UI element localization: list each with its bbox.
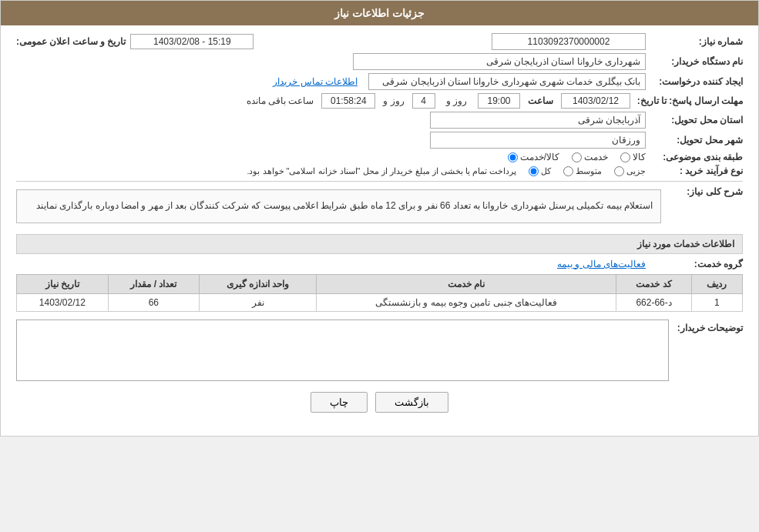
need-number-label: شماره نیاز: <box>650 36 743 47</box>
purchase-type2-label: متوسط <box>576 166 602 176</box>
services-section-title: اطلاعات خدمات مورد نیاز <box>16 234 743 254</box>
back-button[interactable]: بازگشت <box>375 392 448 413</box>
purchase-partial[interactable]: جزیی <box>614 166 646 176</box>
deadline-time: 19:00 <box>478 93 520 109</box>
purchase-medium[interactable]: متوسط <box>563 166 602 176</box>
requester-value: بانک بیگلری خدمات شهری شهرداری خاروانا ا… <box>368 73 646 90</box>
print-button[interactable]: چاپ <box>311 392 368 413</box>
remaining-label-days: روز و <box>383 95 404 106</box>
province-value: آذربایجان شرقی <box>430 112 646 129</box>
buyer-org-label: نام دستگاه خریدار: <box>650 56 743 67</box>
category-radio3-label: کالا/خدمت <box>520 152 559 162</box>
announce-date-label: تاریخ و ساعت اعلان عمومی: <box>16 36 126 47</box>
remaining-days: 4 <box>412 93 435 109</box>
time-label: ساعت <box>528 95 553 106</box>
buyer-comments-label: توضیحات خریدار: <box>673 320 743 333</box>
col-date: تاریخ نیاز <box>17 274 109 293</box>
service-group-label: گروه خدمت: <box>650 259 743 269</box>
deadline-date: 1403/02/12 <box>561 93 630 109</box>
purchase-full[interactable]: کل <box>529 166 551 176</box>
category-radio-both[interactable]: کالا/خدمت <box>508 152 559 162</box>
category-radio-service[interactable]: خدمت <box>572 152 608 162</box>
announce-date-value: 1403/02/08 - 15:19 <box>130 34 254 49</box>
city-value: ورزقان <box>430 132 646 149</box>
service-group-value[interactable]: فعالیت‌های مالی و بیمه <box>557 259 646 269</box>
col-row: ردیف <box>691 274 742 293</box>
city-label: شهر محل تحویل: <box>650 135 743 146</box>
category-radio2-label: خدمت <box>584 152 608 162</box>
page-title: جزئیات اطلاعات نیاز <box>1 1 758 25</box>
province-label: استان محل تحویل: <box>650 115 743 125</box>
col-unit: واحد اندازه گیری <box>200 274 317 293</box>
contact-link[interactable]: اطلاعات تماس خریدار <box>273 76 358 87</box>
services-table: ردیف کد خدمت نام خدمت واحد اندازه گیری ت… <box>16 274 743 312</box>
purchase-note: پرداخت تمام یا بخشی از مبلغ خریدار از مح… <box>247 166 516 176</box>
deadline-label: مهلت ارسال پاسخ: تا تاریخ: <box>635 95 743 106</box>
remaining-time: 01:58:24 <box>321 93 375 109</box>
description-label: شرح کلی نیاز: <box>666 186 743 197</box>
purchase-type1-label: جزیی <box>626 166 646 176</box>
category-radio-goods[interactable]: کالا <box>620 152 646 162</box>
category-label: طبقه بندی موضوعی: <box>650 152 743 162</box>
buyer-org-value: شهرداری خاروانا استان اذربایجان شرقی <box>353 53 646 70</box>
description-text: استعلام بیمه تکمیلی پرسنل شهرداری خاروان… <box>16 189 661 223</box>
buyer-comments-textarea[interactable] <box>16 320 669 381</box>
need-number-value: 1103092370000002 <box>492 33 646 50</box>
remaining-label-hours: ساعت باقی مانده <box>247 95 314 106</box>
purchase-type3-label: کل <box>541 166 551 176</box>
requester-label: ایجاد کننده درخواست: <box>650 76 743 87</box>
col-name: نام خدمت <box>316 274 616 293</box>
category-radio1-label: کالا <box>633 152 646 162</box>
days-label: روز و <box>446 95 467 106</box>
col-code: کد خدمت <box>616 274 692 293</box>
table-row: 1د-66-662فعالیت‌های جنبی تامین وجوه بیمه… <box>17 293 743 311</box>
purchase-type-label: نوع فرآیند خرید : <box>650 166 743 176</box>
col-qty: تعداد / مقدار <box>108 274 200 293</box>
